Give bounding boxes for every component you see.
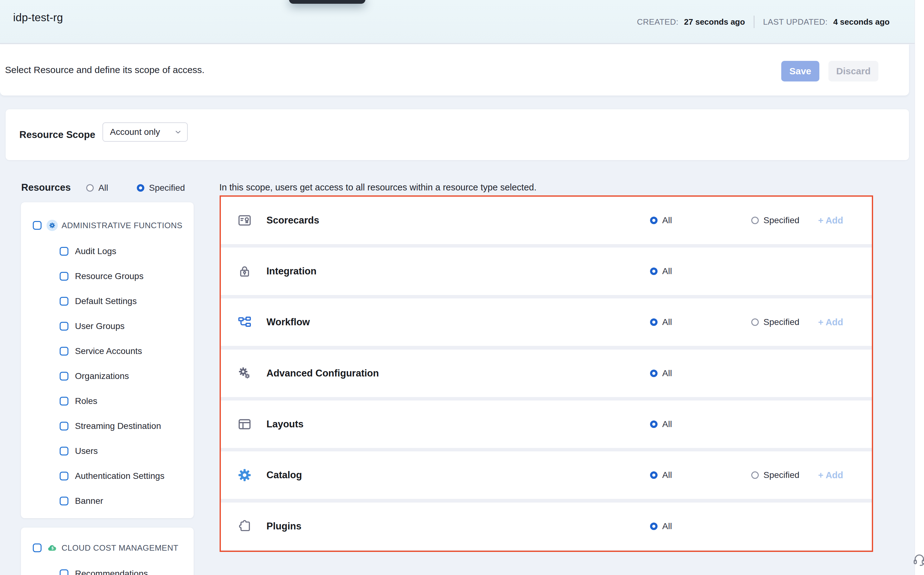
add-button[interactable]: + Add: [818, 317, 843, 327]
sidebar-item-resource-groups[interactable]: Resource Groups: [21, 269, 194, 283]
all-radio[interactable]: All: [650, 317, 672, 327]
specified-radio[interactable]: Specified: [751, 215, 799, 226]
row-plugins: Plugins All: [221, 503, 872, 550]
scorecard-icon: [237, 213, 252, 227]
created-label: CREATED:: [637, 17, 679, 27]
gear-icon: [237, 468, 252, 482]
lock-icon: [237, 264, 252, 278]
radio-selected-icon[interactable]: [650, 267, 658, 275]
headset-icon[interactable]: [912, 552, 924, 566]
sidebar-item-user-groups[interactable]: User Groups: [21, 319, 194, 333]
radio-selected-icon[interactable]: [650, 523, 658, 530]
all-radio[interactable]: All: [650, 369, 672, 378]
checkbox[interactable]: [60, 347, 69, 356]
add-button[interactable]: + Add: [818, 470, 843, 480]
radio-unselected-icon[interactable]: [86, 184, 94, 192]
all-radio[interactable]: All: [650, 470, 672, 480]
radio-selected-icon[interactable]: [650, 318, 658, 326]
checkbox[interactable]: [60, 322, 69, 330]
meta-info: CREATED: 27 seconds ago LAST UPDATED: 4 …: [637, 0, 890, 44]
cloud-cost-card: $ CLOUD COST MANAGEMENT Recommendations: [21, 527, 194, 575]
radio-unselected-icon[interactable]: [751, 471, 759, 479]
radio-unselected-icon[interactable]: [751, 217, 759, 224]
page-title: idp-test-rg: [13, 11, 63, 24]
scrollbar-gutter[interactable]: [914, 0, 924, 575]
scope-description: In this scope, users get access to all r…: [219, 182, 537, 192]
svg-text:$: $: [51, 546, 54, 550]
resource-scope-dropdown[interactable]: Account only: [102, 122, 188, 142]
radio-selected-icon[interactable]: [650, 471, 658, 479]
resource-scope-value: Account only: [110, 127, 160, 137]
gear-badge-icon: [46, 220, 58, 231]
checkbox[interactable]: [60, 297, 69, 306]
sidebar-item-recommendations[interactable]: Recommendations: [21, 567, 194, 575]
row-scorecards: Scorecards All Specified + Add: [221, 197, 872, 244]
last-updated-label: LAST UPDATED:: [763, 17, 828, 27]
section-cloud-cost: $ CLOUD COST MANAGEMENT: [21, 541, 194, 555]
toolbar-description: Select Resource and define its scope of …: [5, 65, 205, 75]
checkbox[interactable]: [60, 447, 69, 456]
resources-all-radio[interactable]: All: [86, 183, 108, 193]
section-label: CLOUD COST MANAGEMENT: [62, 543, 178, 553]
checkbox[interactable]: [60, 397, 69, 405]
all-radio[interactable]: All: [650, 419, 672, 429]
row-integration: Integration All: [221, 248, 872, 295]
checkbox[interactable]: [60, 272, 69, 281]
radio-selected-icon[interactable]: [137, 184, 144, 192]
resource-scope-card: Resource Scope Account only: [6, 109, 909, 160]
sidebar-item-roles[interactable]: Roles: [21, 394, 194, 408]
specified-radio[interactable]: Specified: [751, 470, 799, 480]
cloud-cost-checkbox[interactable]: [33, 543, 41, 552]
sidebar-item-users[interactable]: Users: [21, 444, 194, 458]
resource-types-panel: Scorecards All Specified + Add Integrati…: [220, 195, 873, 552]
section-label: ADMINISTRATIVE FUNCTIONS: [62, 221, 182, 230]
row-advanced-configuration: Advanced Configuration All: [221, 349, 872, 397]
resources-title: Resources: [21, 182, 71, 193]
row-workflow: Workflow All Specified + Add: [221, 299, 872, 346]
resource-scope-label: Resource Scope: [19, 129, 95, 140]
checkbox[interactable]: [60, 247, 69, 256]
radio-selected-icon[interactable]: [650, 421, 658, 428]
toolbar: Select Resource and define its scope of …: [0, 44, 909, 95]
row-catalog: Catalog All Specified + Add: [221, 451, 872, 499]
radio-selected-icon[interactable]: [650, 217, 658, 224]
checkbox[interactable]: [60, 372, 69, 381]
checkbox[interactable]: [60, 569, 69, 575]
last-updated-value: 4 seconds ago: [833, 17, 890, 27]
all-radio[interactable]: All: [650, 266, 672, 276]
resources-all-label: All: [99, 183, 108, 193]
meta-divider: [754, 16, 754, 28]
checkbox[interactable]: [60, 497, 69, 505]
sidebar-item-service-accounts[interactable]: Service Accounts: [21, 344, 194, 358]
sidebar-item-organizations[interactable]: Organizations: [21, 369, 194, 383]
layout-icon: [237, 417, 252, 431]
checkbox[interactable]: [60, 472, 69, 480]
chevron-down-icon: [174, 128, 182, 136]
radio-unselected-icon[interactable]: [751, 318, 759, 326]
resources-specified-label: Specified: [149, 183, 185, 193]
section-admin-functions: ADMINISTRATIVE FUNCTIONS: [21, 218, 194, 233]
sidebar-item-streaming-destination[interactable]: Streaming Destination: [21, 419, 194, 433]
add-button[interactable]: + Add: [818, 215, 843, 226]
browser-overlay-pill: [289, 0, 365, 4]
save-button[interactable]: Save: [781, 61, 819, 81]
all-radio[interactable]: All: [650, 521, 672, 531]
sidebar-item-default-settings[interactable]: Default Settings: [21, 294, 194, 308]
sidebar-item-audit-logs[interactable]: Audit Logs: [21, 245, 194, 258]
admin-functions-checkbox[interactable]: [33, 221, 41, 230]
resources-specified-radio[interactable]: Specified: [137, 183, 185, 193]
sidebar-item-authentication-settings[interactable]: Authentication Settings: [21, 469, 194, 483]
discard-button[interactable]: Discard: [828, 61, 878, 81]
sidebar-item-banner[interactable]: Banner: [21, 494, 194, 508]
workflow-icon: [237, 315, 252, 329]
cloud-dollar-badge-icon: $: [46, 542, 58, 553]
admin-functions-card: ADMINISTRATIVE FUNCTIONS Audit Logs Reso…: [21, 202, 194, 518]
created-value: 27 seconds ago: [684, 17, 745, 27]
checkbox[interactable]: [60, 422, 69, 430]
puzzle-icon: [237, 519, 252, 534]
row-layouts: Layouts All: [221, 400, 872, 448]
specified-radio[interactable]: Specified: [751, 317, 799, 327]
all-radio[interactable]: All: [650, 215, 672, 226]
app-header: idp-test-rg CREATED: 27 seconds ago LAST…: [0, 0, 914, 44]
radio-selected-icon[interactable]: [650, 370, 658, 377]
